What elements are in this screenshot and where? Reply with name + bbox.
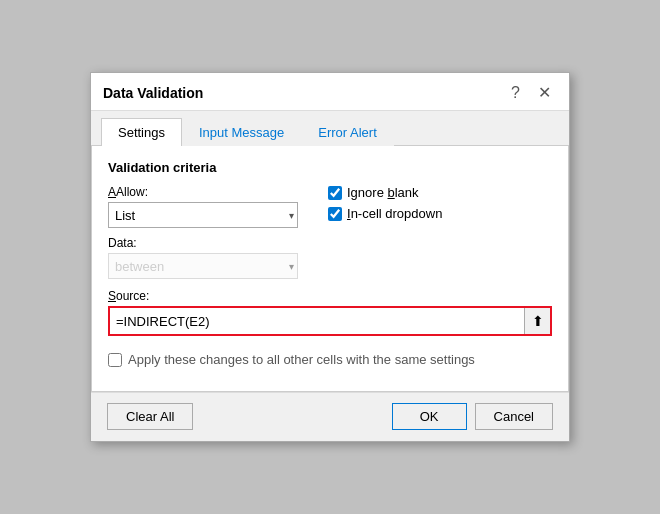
section-title: Validation criteria xyxy=(108,160,552,175)
data-label: Data: xyxy=(108,236,308,250)
source-section: Source: ⬆ xyxy=(108,289,552,336)
allow-row: AAllow: Any value Whole number Decimal L… xyxy=(108,185,552,279)
apply-all-row: Apply these changes to all other cells w… xyxy=(108,352,552,367)
title-bar: Data Validation ? ✕ xyxy=(91,73,569,111)
ok-button[interactable]: OK xyxy=(392,403,467,430)
ignore-blank-row: Ignore blank xyxy=(328,185,552,200)
source-expand-icon: ⬆ xyxy=(532,313,544,329)
allow-select-wrapper: Any value Whole number Decimal List Date… xyxy=(108,202,298,228)
data-field: Data: between not between ▾ xyxy=(108,236,308,279)
footer: Clear All OK Cancel xyxy=(91,392,569,440)
in-cell-dropdown-checkbox[interactable] xyxy=(328,207,342,221)
source-expand-button[interactable]: ⬆ xyxy=(524,308,550,334)
apply-all-label[interactable]: Apply these changes to all other cells w… xyxy=(128,352,475,367)
tab-input-message[interactable]: Input Message xyxy=(182,118,301,146)
apply-all-checkbox[interactable] xyxy=(108,353,122,367)
footer-right-buttons: OK Cancel xyxy=(392,403,553,430)
source-label: Source: xyxy=(108,289,552,303)
close-button[interactable]: ✕ xyxy=(532,81,557,104)
data-validation-dialog: Data Validation ? ✕ Settings Input Messa… xyxy=(90,72,570,442)
allow-select[interactable]: Any value Whole number Decimal List Date… xyxy=(108,202,298,228)
tab-settings[interactable]: Settings xyxy=(101,118,182,146)
data-select[interactable]: between not between xyxy=(108,253,298,279)
clear-all-button[interactable]: Clear All xyxy=(107,403,193,430)
tab-error-alert[interactable]: Error Alert xyxy=(301,118,394,146)
help-button[interactable]: ? xyxy=(505,82,526,104)
ignore-blank-label[interactable]: Ignore blank xyxy=(347,185,419,200)
ignore-blank-checkbox[interactable] xyxy=(328,186,342,200)
settings-content: Validation criteria AAllow: Any value Wh… xyxy=(91,146,569,392)
title-bar-buttons: ? ✕ xyxy=(505,81,557,104)
in-cell-dropdown-row: In-cell dropdown xyxy=(328,206,552,221)
allow-label: AAllow: xyxy=(108,185,308,199)
source-field-wrapper: ⬆ xyxy=(108,306,552,336)
dialog-title: Data Validation xyxy=(103,85,203,101)
allow-col: AAllow: Any value Whole number Decimal L… xyxy=(108,185,308,279)
right-col: Ignore blank In-cell dropdown xyxy=(328,185,552,221)
cancel-button[interactable]: Cancel xyxy=(475,403,553,430)
data-select-wrapper: between not between ▾ xyxy=(108,253,298,279)
tab-bar: Settings Input Message Error Alert xyxy=(91,111,569,146)
in-cell-dropdown-label[interactable]: In-cell dropdown xyxy=(347,206,442,221)
source-input[interactable] xyxy=(110,308,524,334)
